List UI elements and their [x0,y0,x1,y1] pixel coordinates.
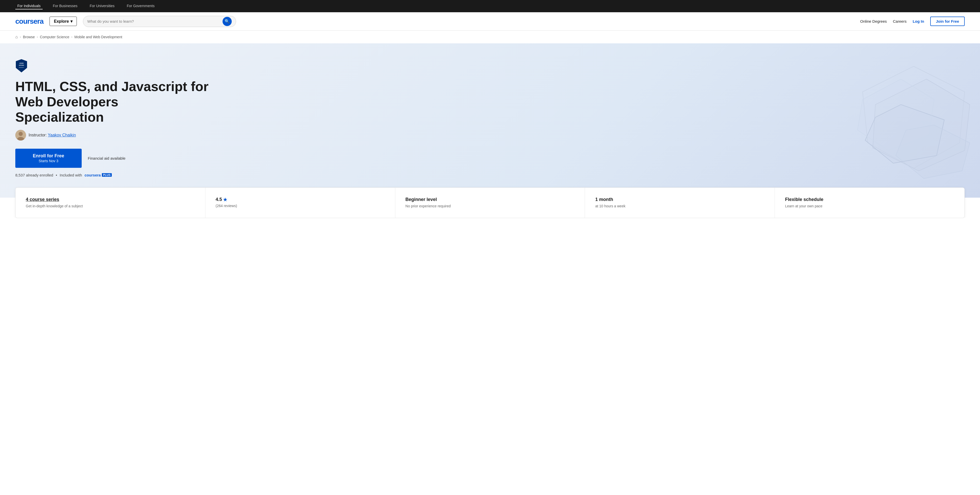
breadcrumb-sep-2: › [37,35,38,39]
top-navigation: For Individuals For Businesses For Unive… [0,0,980,12]
topnav-individuals[interactable]: For Individuals [15,3,43,10]
hero-decoration [837,54,980,181]
join-button[interactable]: Join for Free [930,17,965,26]
coursera-plus-logo: coursera [84,173,100,177]
plus-tag: PLUS [102,173,112,177]
included-with-label: Included with [60,173,82,177]
stat-schedule-title: Flexible schedule [785,197,954,202]
search-input[interactable] [87,19,223,24]
topnav-universities[interactable]: For Universities [88,3,117,10]
svg-text:JOHNS: JOHNS [19,62,24,64]
breadcrumb-sep-1: › [20,35,21,39]
stat-level-subtitle: No prior experience required [406,204,575,209]
breadcrumb-browse[interactable]: Browse [23,35,35,39]
university-logo: JOHNS HOPKINS UNIVERSITY [15,59,209,73]
financial-aid-text: Financial aid available [88,156,126,160]
search-button[interactable]: 🔍 [223,17,232,26]
stat-level-title: Beginner level [406,197,575,202]
stat-level: Beginner level No prior experience requi… [395,188,585,218]
enroll-button[interactable]: Enroll for Free Starts Nov 3 [15,149,82,168]
explore-label: Explore [54,19,69,24]
svg-text:HOPKINS: HOPKINS [19,65,24,66]
hero-content: JOHNS HOPKINS UNIVERSITY HTML, CSS, and … [15,59,209,177]
stat-course-series: 4 course series Get in-depth knowledge o… [16,188,205,218]
hero-section: JOHNS HOPKINS UNIVERSITY HTML, CSS, and … [0,43,980,198]
header-right: Online Degrees Careers Log In Join for F… [860,17,965,26]
breadcrumb-sep-3: › [72,35,73,39]
home-icon[interactable]: ⌂ [15,35,18,39]
stats-bar: 4 course series Get in-depth knowledge o… [15,187,965,218]
stat-duration: 1 month at 10 hours a week [585,188,775,218]
star-icon: ★ [223,197,227,203]
stat-schedule-subtitle: Learn at your own pace [785,204,954,209]
online-degrees-link[interactable]: Online Degrees [860,19,887,24]
topnav-businesses[interactable]: For Businesses [51,3,80,10]
stat-schedule: Flexible schedule Learn at your own pace [775,188,964,218]
stat-series-subtitle: Get in-depth knowledge of a subject [26,204,195,209]
instructor-avatar [15,130,26,141]
rating-number: 4.5 [216,197,222,202]
svg-text:UNIVERSITY: UNIVERSITY [19,67,24,68]
coursera-plus-badge[interactable]: coursera PLUS [84,173,112,177]
instructor-label: Instructor: Yaakov Chaikin [29,133,76,138]
enrolled-row: 8,537 already enrolled • Included with c… [15,173,209,177]
university-shield-icon: JOHNS HOPKINS UNIVERSITY [15,59,27,73]
rating-reviews: (264 reviews) [216,203,385,209]
instructor-name-link[interactable]: Yaakov Chaikin [48,133,76,137]
breadcrumb-mobile-web[interactable]: Mobile and Web Development [75,35,122,39]
coursera-logo[interactable]: coursera [15,17,43,25]
enrolled-count: 8,537 already enrolled [15,173,53,177]
search-icon: 🔍 [224,19,230,24]
dot-separator: • [56,173,57,177]
rating-value-row: 4.5 ★ [216,197,385,203]
course-series-link[interactable]: 4 course series [26,197,59,202]
stat-series-title: 4 course series [26,197,195,202]
breadcrumb: ⌂ › Browse › Computer Science › Mobile a… [0,30,980,43]
topnav-governments[interactable]: For Governments [125,3,157,10]
stat-duration-subtitle: at 10 hours a week [595,204,764,209]
course-title: HTML, CSS, and Javascript for Web Develo… [15,79,209,125]
explore-button[interactable]: Explore ▾ [49,17,77,26]
enroll-row: Enroll for Free Starts Nov 3 Financial a… [15,149,209,168]
breadcrumb-computer-science[interactable]: Computer Science [40,35,69,39]
enroll-start-date: Starts Nov 3 [27,159,69,163]
instructor-row: Instructor: Yaakov Chaikin [15,130,209,141]
svg-point-5 [19,132,23,136]
main-header: coursera Explore ▾ 🔍 Online Degrees Care… [0,12,980,30]
stat-rating: 4.5 ★ (264 reviews) [205,188,395,218]
careers-link[interactable]: Careers [893,19,907,24]
enroll-label: Enroll for Free [27,153,69,159]
search-bar: 🔍 [83,16,236,27]
chevron-down-icon: ▾ [70,19,73,24]
login-link[interactable]: Log In [913,19,924,24]
stat-duration-title: 1 month [595,197,764,202]
